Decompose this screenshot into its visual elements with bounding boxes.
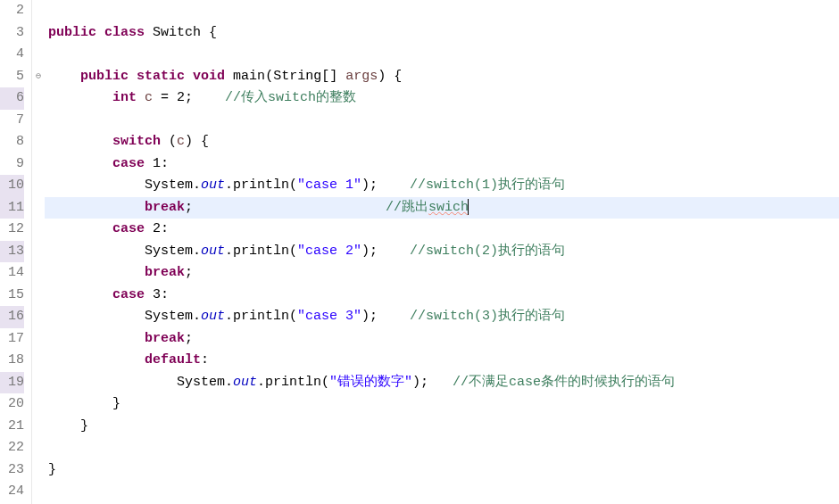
code-token: Switch [153,25,201,40]
fold-marker [32,437,45,459]
code-token [48,352,145,368]
code-token: out [201,309,225,324]
code-line[interactable]: break; //跳出swich [45,197,839,219]
code-line[interactable]: case 2: [45,219,839,241]
code-token: case [112,287,145,302]
fold-marker [32,22,45,45]
line-number: 15 [0,285,24,307]
code-token [48,265,145,280]
code-line[interactable] [45,437,839,459]
fold-marker [32,372,45,394]
code-token: //传入switch的整数 [225,90,356,105]
code-token: ( [161,134,177,149]
code-line[interactable] [45,481,839,503]
code-token: ; [185,265,193,280]
code-token: "case 2" [297,244,361,259]
code-line[interactable] [45,110,839,132]
code-token: class [104,25,145,40]
code-token: ( [265,69,273,84]
code-line[interactable]: switch (c) { [45,131,839,153]
code-content-area[interactable]: public class Switch { public static void… [45,0,839,504]
code-token [48,331,145,346]
line-number: 8 [0,131,24,153]
fold-marker [32,393,45,416]
code-token [48,221,112,236]
code-token: .println( [257,375,329,390]
code-token: [] [321,69,345,84]
code-token: ; [185,331,193,346]
code-line[interactable]: break; [45,328,839,351]
code-token: } [48,462,56,477]
code-token [137,90,145,105]
code-line[interactable]: case 3: [45,285,839,307]
code-line[interactable]: System.out.println("case 2"); //switch(2… [45,241,839,263]
code-token: //跳出 [386,200,428,215]
line-number: 16 [0,306,24,328]
code-line[interactable] [45,0,839,22]
code-token: ) { [378,69,402,84]
code-token: ) { [185,134,209,149]
line-number: 3 [0,22,24,45]
code-token: ); [361,244,410,259]
code-line[interactable]: } [45,393,839,416]
code-token [225,69,233,84]
line-number: 24 [0,481,24,503]
line-number: 13 [0,241,24,263]
code-token [96,25,104,40]
code-token: { [201,25,217,40]
line-number: 4 [0,44,24,66]
fold-marker [32,416,45,438]
fold-marker [32,110,45,132]
code-token: switch [112,134,161,149]
fold-marker[interactable]: ⊖ [32,66,45,88]
code-token [48,69,80,84]
code-token: "case 1" [297,178,361,193]
code-token: out [201,178,225,193]
code-line[interactable]: System.out.println("错误的数字"); //不满足case条件… [45,372,839,394]
code-line[interactable]: default: [45,350,839,372]
code-token: System. [48,244,201,259]
code-token: void [193,69,225,84]
code-token: 1: [145,156,169,171]
code-line[interactable]: System.out.println("case 3"); //switch(3… [45,306,839,328]
code-token: 3: [145,287,169,302]
code-token: String [273,69,321,84]
code-line[interactable]: } [45,459,839,482]
fold-marker [32,0,45,22]
code-token: //switch(1)执行的语句 [410,178,565,193]
code-token: System. [48,375,233,390]
code-line[interactable]: int c = 2; //传入switch的整数 [45,87,839,110]
code-line[interactable]: } [45,416,839,438]
code-line[interactable]: public static void main(String[] args) { [45,66,839,88]
line-number: 17 [0,328,24,351]
code-token: "case 3" [297,309,361,324]
code-token: //switch(3)执行的语句 [410,309,565,324]
code-token [129,69,137,84]
code-token: .println( [225,178,297,193]
code-token: int [112,90,137,105]
code-line[interactable]: case 1: [45,153,839,176]
code-token: 2: [145,221,169,236]
code-line[interactable]: public class Switch { [45,22,839,45]
code-token: public [48,25,96,40]
code-line[interactable] [45,44,839,66]
code-token: static [137,69,185,84]
code-line[interactable]: break; [45,262,839,285]
code-token: System. [48,178,201,193]
fold-marker [32,197,45,219]
code-editor[interactable]: 23456789101112131415161718192021222324 ⊖… [0,0,839,504]
code-token: default [145,352,201,368]
line-number: 2 [0,0,24,22]
line-number: 12 [0,219,24,241]
code-token [48,156,112,171]
line-number: 10 [0,175,24,197]
code-line[interactable]: System.out.println("case 1"); //switch(1… [45,175,839,197]
code-token: //不满足case条件的时候执行的语句 [453,375,675,390]
code-token: case [112,156,145,171]
fold-marker [32,262,45,285]
code-token: .println( [225,309,297,324]
fold-marker [32,459,45,482]
line-number: 22 [0,437,24,459]
code-token: "错误的数字" [329,375,412,390]
code-token: c [145,90,153,105]
